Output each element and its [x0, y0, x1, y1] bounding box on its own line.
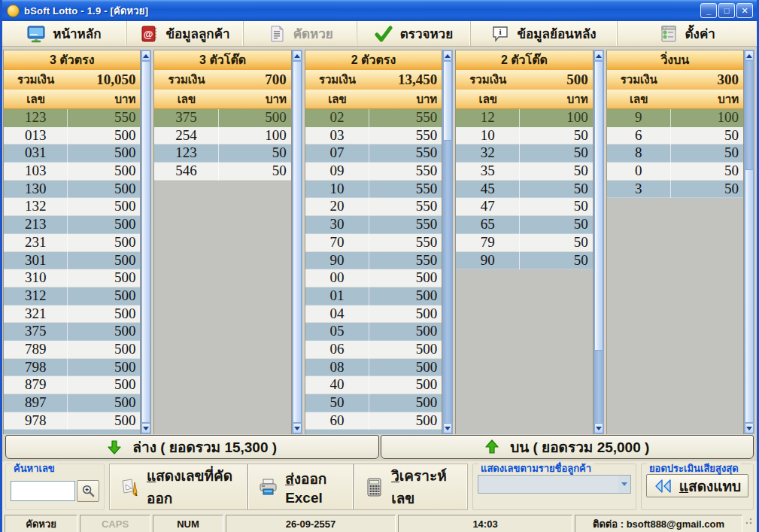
table-row[interactable]: 6550	[456, 216, 592, 234]
search-group: ค้นหาเลข	[5, 464, 105, 510]
table-row[interactable]: 08500	[305, 359, 442, 377]
table-row[interactable]: 312500	[4, 287, 140, 306]
table-row[interactable]: 01500	[305, 287, 442, 306]
table-row[interactable]: 3250	[456, 144, 592, 163]
scrollbar[interactable]	[744, 50, 754, 434]
table-row[interactable]: 4550	[456, 181, 592, 199]
table-row[interactable]: 321500	[4, 306, 140, 324]
toolbar-button-select-lotto[interactable]: คัดหวย	[244, 21, 357, 46]
table-row[interactable]: 30550	[305, 216, 442, 234]
scrollbar-track[interactable]	[745, 61, 754, 423]
table-row[interactable]: 254100	[154, 127, 290, 145]
search-input[interactable]	[11, 481, 75, 501]
table-row[interactable]: 3550	[456, 163, 592, 181]
show-removed-numbers-button[interactable]: แสดงเลขที่คัดออก	[109, 464, 247, 509]
table-row[interactable]: 231500	[4, 234, 140, 252]
scrollbar[interactable]	[141, 50, 151, 434]
scrollbar-thumb[interactable]	[443, 61, 452, 141]
customer-select[interactable]	[478, 475, 631, 494]
toolbar-button-history[interactable]: i ข้อมูลย้อนหลัง	[471, 21, 618, 46]
table-row[interactable]: 850	[607, 144, 743, 163]
table-row[interactable]: 798500	[4, 359, 140, 377]
tab-upper[interactable]: บน ( ยอดรวม 25,000 )	[381, 435, 754, 459]
table-row[interactable]: 02550	[305, 109, 442, 127]
scrollbar[interactable]	[292, 50, 302, 434]
scrollbar-track[interactable]	[594, 61, 603, 423]
table-row[interactable]: 05500	[305, 323, 442, 341]
table-row[interactable]: 20550	[305, 198, 442, 216]
scroll-up-icon[interactable]	[141, 50, 150, 61]
toolbar-button-check-lotto[interactable]: ตรวจหวย	[357, 21, 471, 46]
table-row[interactable]: 031500	[4, 144, 140, 163]
table-row[interactable]: 12100	[456, 109, 592, 127]
table-rows: 0255003550075500955010550205503055070550…	[305, 109, 442, 434]
scroll-up-icon[interactable]	[594, 50, 603, 61]
table-row[interactable]: 54650	[154, 163, 290, 181]
table-row[interactable]: 103500	[4, 163, 140, 181]
scrollbar-track[interactable]	[141, 61, 150, 423]
table-row[interactable]: 879500	[4, 376, 140, 394]
scroll-up-icon[interactable]	[293, 50, 302, 61]
scrollbar-track[interactable]	[293, 61, 302, 423]
table-row[interactable]: 350	[607, 181, 743, 199]
toolbar-button-home[interactable]: หน้าหลัก	[2, 21, 127, 46]
minimize-button[interactable]: _	[700, 3, 717, 18]
tab-lower[interactable]: ล่าง ( ยอดรวม 15,300 )	[5, 435, 379, 459]
show-tab-button[interactable]: แสดงแทบ	[646, 474, 748, 497]
table-row[interactable]: 09550	[305, 163, 442, 181]
scroll-up-icon[interactable]	[745, 50, 754, 61]
scrollbar[interactable]	[442, 50, 453, 434]
scroll-down-icon[interactable]	[443, 423, 452, 433]
scrollbar-thumb[interactable]	[594, 61, 603, 351]
table-row[interactable]: 789500	[4, 341, 140, 359]
resize-grip-icon[interactable]	[745, 515, 754, 532]
toolbar-button-customers[interactable]: @ ข้อมูลลูกค้า	[127, 21, 244, 46]
scrollbar[interactable]	[594, 50, 604, 434]
close-button[interactable]: ✕	[736, 3, 753, 18]
scrollbar-thumb[interactable]	[141, 61, 150, 423]
table-row[interactable]: 650	[607, 127, 743, 145]
table-row[interactable]: 7950	[456, 234, 592, 252]
scroll-down-icon[interactable]	[745, 423, 754, 433]
scrollbar-thumb[interactable]	[293, 61, 302, 423]
scrollbar-track[interactable]	[443, 61, 452, 423]
table-row[interactable]: 978500	[4, 412, 140, 430]
table-row[interactable]: 07550	[305, 144, 442, 163]
table-row[interactable]: 00500	[305, 269, 442, 287]
table-row[interactable]: 10550	[305, 181, 442, 199]
table-row[interactable]: 123550	[4, 109, 140, 127]
table-row[interactable]: 375500	[154, 109, 290, 127]
table-row[interactable]: 12350	[154, 144, 290, 163]
table-row[interactable]: 130500	[4, 181, 140, 199]
table-row[interactable]: 90550	[305, 252, 442, 270]
scroll-down-icon[interactable]	[594, 423, 603, 433]
table-row[interactable]: 897500	[4, 394, 140, 412]
table-row[interactable]: 9050	[456, 252, 592, 270]
table-row[interactable]: 050	[607, 163, 743, 181]
table-row[interactable]: 9100	[607, 109, 743, 127]
scroll-up-icon[interactable]	[443, 50, 452, 61]
table-row[interactable]: 375500	[4, 323, 140, 341]
table-row[interactable]: 013500	[4, 127, 140, 145]
table-row[interactable]: 132500	[4, 198, 140, 216]
table-row[interactable]: 60500	[305, 412, 442, 430]
table-row[interactable]: 213500	[4, 216, 140, 234]
table-row[interactable]: 4750	[456, 198, 592, 216]
scroll-down-icon[interactable]	[141, 423, 150, 433]
scroll-down-icon[interactable]	[293, 423, 302, 433]
export-excel-button[interactable]: ส่งออก Excel	[247, 464, 354, 509]
search-button[interactable]	[77, 480, 99, 502]
table-row[interactable]: 06500	[305, 341, 442, 359]
analyze-numbers-button[interactable]: วิเคราะห์เลข	[354, 464, 468, 509]
table-row[interactable]: 04500	[305, 306, 442, 324]
table-row[interactable]: 50500	[305, 394, 442, 412]
table-row[interactable]: 70550	[305, 234, 442, 252]
table-row[interactable]: 40500	[305, 376, 442, 394]
scrollbar-thumb[interactable]	[745, 169, 754, 423]
table-row[interactable]: 310500	[4, 269, 140, 287]
maximize-button[interactable]: □	[718, 3, 735, 18]
table-row[interactable]: 301500	[4, 252, 140, 270]
toolbar-button-settings[interactable]: ตั้งค่า	[618, 21, 757, 46]
table-row[interactable]: 03550	[305, 127, 442, 145]
table-row[interactable]: 1050	[456, 127, 592, 145]
